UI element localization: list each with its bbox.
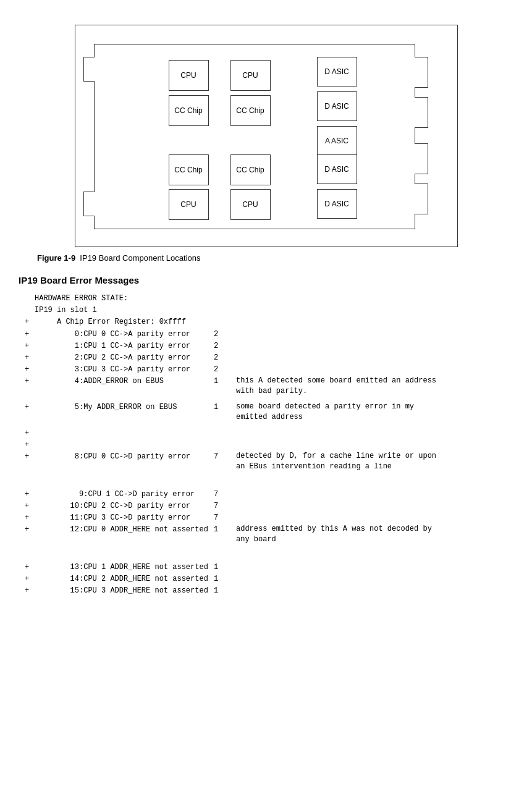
- notch-bottom: [83, 192, 95, 216]
- error-row-blank4: [25, 550, 507, 562]
- error-row-12: + 12:CPU 0 ADDR_HERE not asserted1addres…: [25, 524, 507, 545]
- error-row-chip-err: + A Chip Error Register: 0xffff: [25, 316, 507, 328]
- error-row-14: + 14:CPU 2 ADDR_HERE not asserted1: [25, 573, 507, 585]
- board-outline: CPU CPU D ASIC D ASIC CC Chip CC Chip A …: [94, 44, 415, 229]
- d-asic1-box: D ASIC: [317, 57, 357, 86]
- cpu1-box: CPU: [169, 60, 209, 91]
- error-row-blank2: +: [25, 439, 507, 451]
- error-row-1: + 1:CPU 1 CC->A parity error2: [25, 340, 507, 352]
- error-row-10: + 10:CPU 2 CC->D parity error7: [25, 500, 507, 512]
- bracket-1: [415, 57, 428, 88]
- error-row-hw: HARDWARE ERROR STATE:: [25, 293, 507, 305]
- notch-top: [83, 57, 95, 82]
- error-row-9: + 9:CPU 1 CC->D parity error7: [25, 489, 507, 500]
- d-asic2-box: D ASIC: [317, 91, 357, 121]
- cpu4-box: CPU: [230, 189, 271, 220]
- error-row-15: + 15:CPU 3 ADDR_HERE not asserted1: [25, 585, 507, 597]
- cc1-box: CC Chip: [169, 95, 209, 126]
- error-row-8: + 8:CPU 0 CC->D parity error7detected by…: [25, 451, 507, 472]
- error-row-0: + 0:CPU 0 CC->A parity error2: [25, 329, 507, 340]
- section-header: IP19 Board Error Messages: [19, 275, 513, 285]
- error-row-5: + 5:My ADDR_ERROR on EBUS1some board det…: [25, 402, 507, 423]
- bracket-3: [415, 143, 428, 174]
- cc2-box: CC Chip: [230, 95, 271, 126]
- error-row-ip19: IP19 in slot 1: [25, 305, 507, 316]
- error-row-4: + 4:ADDR_ERROR on EBUS1this A detected s…: [25, 376, 507, 397]
- bracket-4: [415, 184, 428, 214]
- error-row-2: + 2:CPU 2 CC->A parity error2: [25, 352, 507, 364]
- cpu2-box: CPU: [230, 60, 271, 91]
- error-section: HARDWARE ERROR STATE: IP19 in slot 1 + A…: [25, 293, 507, 597]
- error-row-blank1: +: [25, 428, 507, 439]
- d-asic3-box: D ASIC: [317, 154, 357, 184]
- error-row-3: + 3:CPU 3 CC->A parity error2: [25, 364, 507, 376]
- cc3-box: CC Chip: [169, 154, 209, 185]
- a-asic-box: A ASIC: [317, 126, 357, 156]
- diagram-container: CPU CPU D ASIC D ASIC CC Chip CC Chip A …: [75, 25, 458, 247]
- bracket-2: [415, 97, 428, 128]
- error-row-11: + 11:CPU 3 CC->D parity error7: [25, 512, 507, 524]
- error-row-blank3: [25, 476, 507, 488]
- figure-caption: Figure 1-9 IP19 Board Component Location…: [37, 253, 495, 263]
- cpu3-box: CPU: [169, 189, 209, 220]
- error-row-13: + 13:CPU 1 ADDR_HERE not asserted1: [25, 562, 507, 573]
- d-asic4-box: D ASIC: [317, 189, 357, 219]
- cc4-box: CC Chip: [230, 154, 271, 185]
